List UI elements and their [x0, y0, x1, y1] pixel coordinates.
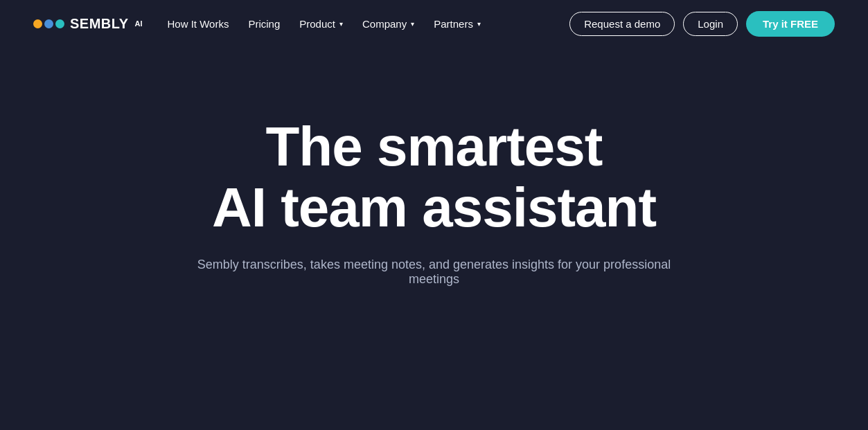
logo-ai-text: AI	[135, 19, 143, 28]
login-button[interactable]: Login	[683, 12, 738, 36]
logo-brand-text: SEMBLY	[70, 16, 129, 32]
hero-subtitle: Sembly transcribes, takes meeting notes,…	[192, 258, 677, 287]
nav-link-partners[interactable]: Partners ▾	[434, 18, 481, 30]
nav-link-company-label: Company	[362, 18, 407, 30]
nav-link-pricing[interactable]: Pricing	[248, 18, 280, 30]
nav-link-partners-label: Partners	[434, 18, 473, 30]
hero-title-line1: The smartest	[266, 116, 603, 177]
nav-link-product[interactable]: Product ▾	[299, 18, 343, 30]
hero-section: The smartest AI team assistant Sembly tr…	[0, 47, 868, 287]
logo-dots	[33, 19, 64, 28]
hero-title-line2: AI team assistant	[212, 177, 656, 238]
request-demo-button[interactable]: Request a demo	[569, 12, 675, 36]
try-free-button[interactable]: Try it FREE	[746, 11, 835, 37]
navbar: SEMBLYAI How It Works Pricing Product ▾ …	[0, 0, 868, 47]
company-chevron-icon: ▾	[411, 20, 414, 28]
nav-right: Request a demo Login Try it FREE	[569, 11, 835, 37]
nav-link-how-it-works[interactable]: How It Works	[168, 18, 229, 30]
nav-links: How It Works Pricing Product ▾ Company ▾…	[168, 18, 481, 30]
nav-link-company[interactable]: Company ▾	[362, 18, 414, 30]
logo-dot-blue	[44, 19, 53, 28]
logo[interactable]: SEMBLYAI	[33, 16, 143, 32]
logo-dot-yellow	[33, 19, 42, 28]
hero-title: The smartest AI team assistant	[212, 116, 656, 238]
nav-link-product-label: Product	[299, 18, 335, 30]
logo-dot-teal	[55, 19, 64, 28]
nav-left: SEMBLYAI How It Works Pricing Product ▾ …	[33, 16, 481, 32]
product-chevron-icon: ▾	[339, 20, 343, 28]
partners-chevron-icon: ▾	[477, 20, 481, 28]
